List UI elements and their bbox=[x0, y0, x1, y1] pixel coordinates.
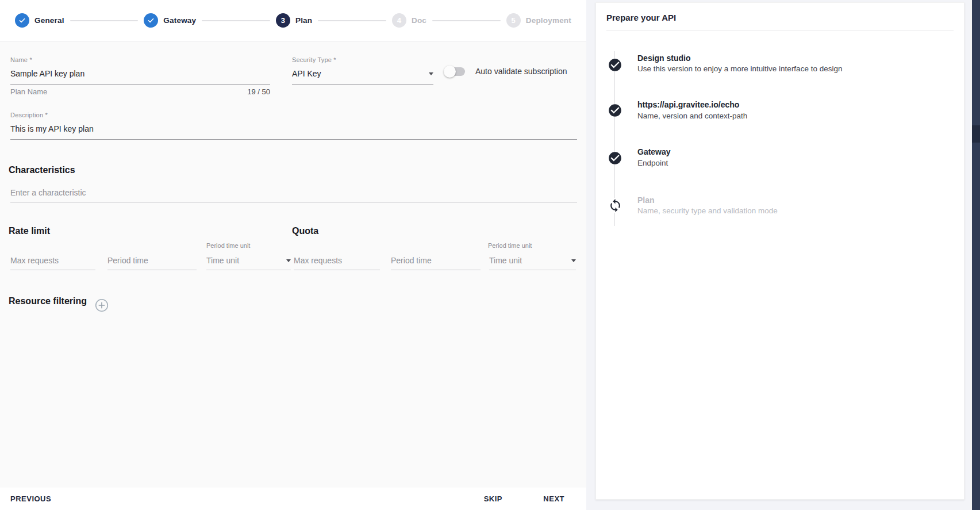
rate-limit-max-requests-input[interactable] bbox=[10, 255, 95, 266]
previous-button[interactable]: PREVIOUS bbox=[10, 488, 51, 510]
description-field-group: Description * bbox=[10, 112, 577, 140]
step-completed-check-icon bbox=[15, 13, 29, 28]
step-label: Deployment bbox=[526, 16, 571, 25]
checklist-item-title: Design studio bbox=[637, 53, 691, 63]
name-hint-row: Plan Name 19 / 50 bbox=[10, 87, 270, 96]
rate-limit-time-unit-value: Time unit bbox=[206, 255, 239, 266]
stepper-step-deployment[interactable]: 5 Deployment bbox=[506, 13, 571, 28]
auto-validate-label: Auto validate subscription bbox=[475, 67, 567, 76]
api-creation-wizard-screen: General Gateway 3 Plan 4 Doc 5 bbox=[0, 0, 980, 510]
name-input[interactable] bbox=[10, 68, 270, 79]
check-circle-icon bbox=[608, 57, 622, 72]
security-type-field-group: Security Type * API Key bbox=[292, 56, 433, 85]
checklist-item-description: Endpoint bbox=[637, 158, 668, 168]
toggle-knob bbox=[444, 66, 456, 78]
name-input-underline bbox=[10, 63, 270, 85]
rate-limit-period-time-underline bbox=[107, 255, 197, 270]
add-resource-filter-button[interactable] bbox=[95, 298, 109, 312]
chevron-down-icon bbox=[286, 259, 291, 262]
prepare-api-card: Prepare your API Design studio Use this … bbox=[595, 2, 964, 500]
security-type-label: Security Type * bbox=[292, 56, 433, 63]
checklist-item-title: Gateway bbox=[637, 147, 671, 157]
chevron-down-icon bbox=[571, 259, 576, 262]
step-label: Plan bbox=[295, 16, 312, 25]
characteristic-input[interactable] bbox=[10, 187, 577, 198]
quota-period-unit-label: Period time unit bbox=[488, 242, 532, 249]
prepare-api-sidebar: Prepare your API Design studio Use this … bbox=[586, 0, 980, 510]
step-connector bbox=[318, 20, 386, 21]
chevron-down-icon bbox=[429, 72, 433, 75]
plus-circle-icon bbox=[95, 298, 109, 312]
stepper-step-general[interactable]: General bbox=[15, 13, 64, 28]
quota-period-time-underline bbox=[391, 255, 481, 270]
step-connector bbox=[202, 20, 270, 21]
description-input-underline bbox=[10, 118, 577, 140]
characteristics-heading: Characteristics bbox=[9, 165, 75, 175]
name-hint: Plan Name bbox=[10, 87, 47, 96]
rate-limit-period-unit-label: Period time unit bbox=[206, 242, 250, 249]
plan-name-field-group: Name * Plan Name 19 / 50 bbox=[10, 56, 270, 96]
stepper-step-gateway[interactable]: Gateway bbox=[144, 13, 196, 28]
step-number-badge: 5 bbox=[506, 13, 521, 28]
security-type-select[interactable]: API Key bbox=[292, 63, 433, 85]
auto-validate-toggle[interactable]: Auto validate subscription bbox=[445, 67, 567, 76]
resource-filtering-heading: Resource filtering bbox=[9, 296, 87, 306]
quota-max-requests-underline bbox=[294, 255, 380, 270]
prepare-api-title: Prepare your API bbox=[606, 13, 676, 22]
step-number-badge: 4 bbox=[392, 13, 406, 28]
skip-button[interactable]: SKIP bbox=[484, 488, 502, 510]
check-circle-icon bbox=[608, 103, 622, 118]
rate-limit-period-time-input[interactable] bbox=[107, 255, 197, 266]
stepper-step-plan-active[interactable]: 3 Plan bbox=[276, 13, 312, 28]
toggle-track bbox=[445, 67, 465, 76]
page-scrollbar-track[interactable] bbox=[972, 0, 980, 510]
step-connector bbox=[432, 20, 501, 21]
rate-limit-max-requests-underline bbox=[10, 255, 95, 270]
check-circle-icon bbox=[608, 151, 622, 166]
characteristic-input-group bbox=[10, 187, 577, 203]
quota-time-unit-select[interactable]: Time unit bbox=[489, 255, 576, 270]
checklist-item-description: Use this version to enjoy a more intuiti… bbox=[637, 64, 842, 74]
checklist-item-description: Name, security type and validation mode bbox=[637, 206, 778, 216]
rate-limit-time-unit-select[interactable]: Time unit bbox=[206, 255, 291, 270]
quota-period-time-input[interactable] bbox=[391, 255, 481, 266]
rate-limit-heading: Rate limit bbox=[9, 226, 50, 236]
wizard-footer-bar: PREVIOUS SKIP NEXT bbox=[0, 488, 586, 510]
checklist-item-title: https://api.gravitee.io/echo bbox=[637, 99, 739, 110]
checklist-item-description: Name, version and context-path bbox=[637, 111, 747, 121]
plan-step-panel: General Gateway 3 Plan 4 Doc 5 bbox=[0, 0, 586, 510]
page-scrollbar-thumb[interactable] bbox=[972, 125, 980, 143]
stepper-step-doc[interactable]: 4 Doc bbox=[392, 13, 426, 28]
name-field-label: Name * bbox=[10, 56, 270, 63]
step-label: General bbox=[34, 16, 64, 25]
next-button[interactable]: NEXT bbox=[543, 488, 564, 510]
step-connector bbox=[70, 20, 139, 21]
quota-time-unit-value: Time unit bbox=[489, 255, 522, 266]
sync-in-progress-icon bbox=[608, 198, 622, 213]
description-input[interactable] bbox=[10, 124, 577, 134]
step-number-badge: 3 bbox=[276, 13, 290, 28]
wizard-stepper: General Gateway 3 Plan 4 Doc 5 bbox=[0, 0, 586, 41]
quota-max-requests-input[interactable] bbox=[294, 255, 380, 266]
checklist-item-title: Plan bbox=[637, 195, 655, 205]
card-divider bbox=[606, 30, 954, 30]
name-char-counter: 19 / 50 bbox=[247, 87, 270, 96]
step-label: Doc bbox=[412, 16, 426, 25]
description-label: Description * bbox=[10, 112, 577, 118]
security-type-value: API Key bbox=[292, 68, 321, 79]
step-completed-check-icon bbox=[144, 13, 158, 28]
step-label: Gateway bbox=[163, 16, 196, 25]
quota-heading: Quota bbox=[292, 226, 318, 236]
